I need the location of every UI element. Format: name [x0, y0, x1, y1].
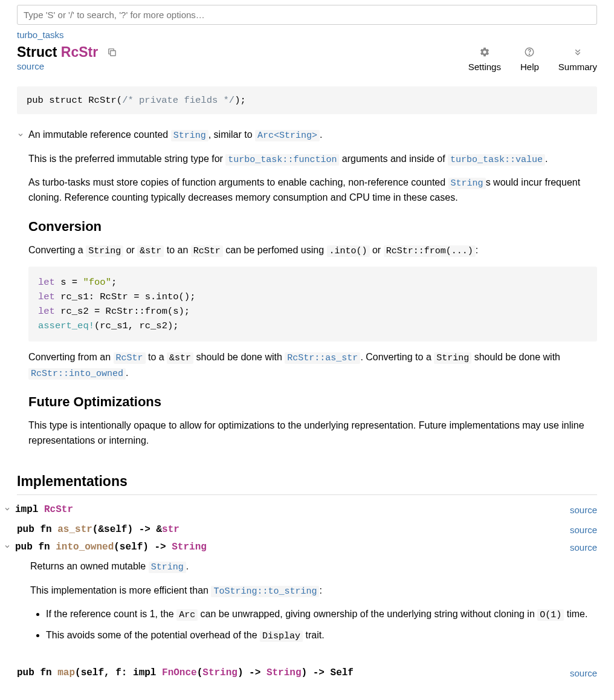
copy-path-icon[interactable]	[107, 45, 117, 61]
doc-paragraph: Converting a String or &str to an RcStr …	[28, 243, 597, 258]
summary-label: Summary	[558, 62, 597, 72]
code-snippet: O(1)	[537, 609, 564, 621]
type-link[interactable]: FnOnce	[162, 667, 197, 678]
settings-button[interactable]: Settings	[468, 47, 501, 72]
string-link[interactable]: String	[448, 178, 486, 189]
source-link[interactable]: source	[570, 542, 597, 553]
code-snippet: Display	[260, 630, 303, 642]
decl-post: );	[234, 95, 246, 106]
question-icon	[520, 47, 539, 59]
method-signature-map: pub fn map(self, f: impl FnOnce(String) …	[17, 667, 570, 678]
type-declaration: pub struct RcStr(/* private fields */);	[17, 86, 597, 114]
string-link[interactable]: String	[171, 130, 208, 141]
fn-name-link[interactable]: map	[57, 667, 75, 678]
code-snippet: String	[86, 245, 123, 257]
type-link[interactable]: String	[202, 667, 238, 678]
into-owned-link[interactable]: RcStr::into_owned	[28, 368, 126, 380]
breadcrumb: turbo_tasks	[17, 30, 597, 41]
turbo-value-link[interactable]: turbo_task::value	[448, 154, 545, 166]
source-link[interactable]: source	[570, 505, 597, 515]
rcstr-link[interactable]: RcStr	[114, 352, 146, 364]
method-signature-into-owned: pub fn into_owned(self) -> String	[15, 542, 570, 553]
decl-pre: pub struct RcStr(	[27, 95, 122, 106]
fn-name-link[interactable]: as_str	[57, 524, 92, 535]
page-title: Struct RcStr	[17, 44, 468, 61]
code-example: let s = "foo"; let rc_s1: RcStr = s.into…	[28, 267, 597, 342]
fn-name-link[interactable]: into_owned	[56, 542, 114, 553]
breadcrumb-crate-link[interactable]: turbo_tasks	[17, 30, 64, 40]
tostring-link[interactable]: ToString::to_string	[211, 586, 319, 597]
decl-comment: /* private fields */	[122, 95, 234, 106]
doc-paragraph: Returns an owned mutable String.	[30, 559, 597, 574]
source-link[interactable]: source	[17, 61, 44, 71]
impl-signature: impl RcStr	[15, 504, 570, 515]
chevron-down-icon[interactable]	[4, 542, 11, 553]
summary-button[interactable]: Summary	[558, 47, 597, 72]
type-keyword: Struct	[17, 44, 57, 60]
chevron-down-icon[interactable]	[17, 130, 24, 141]
doc-paragraph: Converting from an RcStr to a &str shoul…	[28, 350, 597, 381]
doc-list: If the reference count is 1, the Arc can…	[30, 607, 597, 644]
type-link[interactable]: str	[162, 524, 179, 535]
implementations-heading: Implementations	[17, 473, 597, 495]
code-snippet: RcStr::from(...)	[384, 245, 476, 257]
code-snippet: &str	[167, 352, 193, 364]
code-snippet: String	[434, 352, 471, 364]
help-label: Help	[520, 62, 539, 72]
settings-label: Settings	[468, 62, 501, 72]
conversion-heading: Conversion	[28, 219, 597, 235]
svg-point-2	[529, 54, 530, 54]
code-snippet: .into()	[327, 245, 370, 257]
source-link[interactable]: source	[570, 668, 597, 678]
future-optimizations-heading: Future Optimizations	[28, 394, 597, 410]
search-input[interactable]	[17, 5, 597, 25]
arc-string-link[interactable]: Arc<String>	[255, 130, 320, 141]
doc-paragraph: As turbo-tasks must store copies of func…	[28, 175, 597, 206]
code-snippet: &str	[137, 245, 164, 257]
code-snippet: RcStr	[191, 245, 223, 257]
chevron-down-double-icon	[558, 47, 597, 59]
chevron-down-icon[interactable]	[4, 505, 11, 516]
source-link[interactable]: source	[570, 525, 597, 535]
gear-icon	[468, 47, 501, 59]
type-link[interactable]: String	[267, 667, 302, 678]
impl-type-link[interactable]: RcStr	[44, 504, 73, 515]
doc-paragraph: This implementation is more efficient th…	[30, 583, 597, 598]
as-str-link[interactable]: RcStr::as_str	[285, 352, 360, 364]
turbo-function-link[interactable]: turbo_task::function	[225, 154, 339, 166]
svg-rect-0	[110, 51, 115, 56]
type-name: RcStr	[61, 44, 98, 60]
doc-paragraph: This type is intentionally opaque to all…	[28, 418, 597, 449]
help-button[interactable]: Help	[520, 47, 539, 72]
method-signature-as-str: pub fn as_str(&self) -> &str	[17, 524, 570, 535]
doc-paragraph: An immutable reference counted String, s…	[28, 128, 597, 143]
type-link[interactable]: String	[172, 542, 207, 553]
list-item: This avoids some of the potential overhe…	[46, 628, 597, 643]
string-link[interactable]: String	[149, 562, 186, 573]
doc-paragraph: This is the preferred immutable string t…	[28, 152, 597, 167]
code-snippet: Arc	[176, 609, 198, 621]
list-item: If the reference count is 1, the Arc can…	[46, 607, 597, 622]
